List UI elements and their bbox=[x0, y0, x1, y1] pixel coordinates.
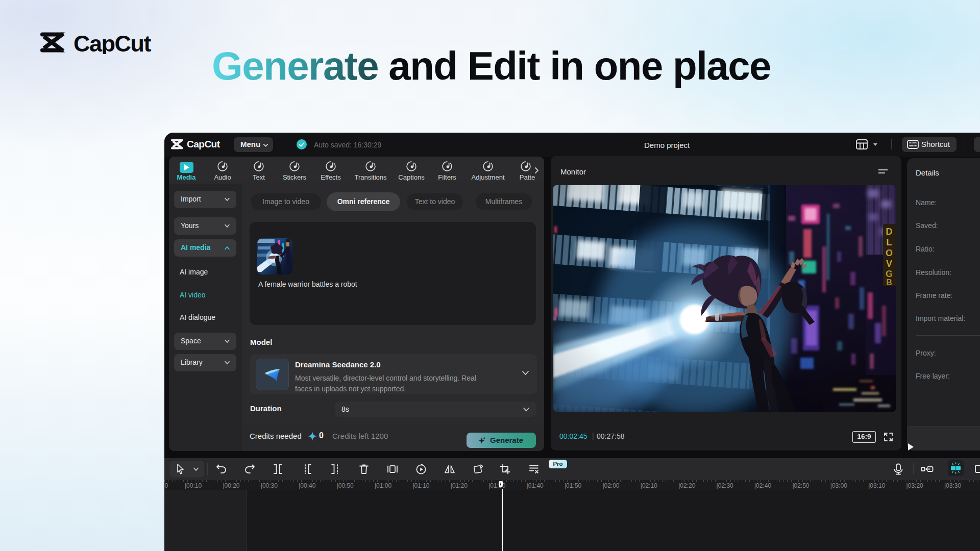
svg-text:CapCut: CapCut bbox=[74, 31, 151, 54]
